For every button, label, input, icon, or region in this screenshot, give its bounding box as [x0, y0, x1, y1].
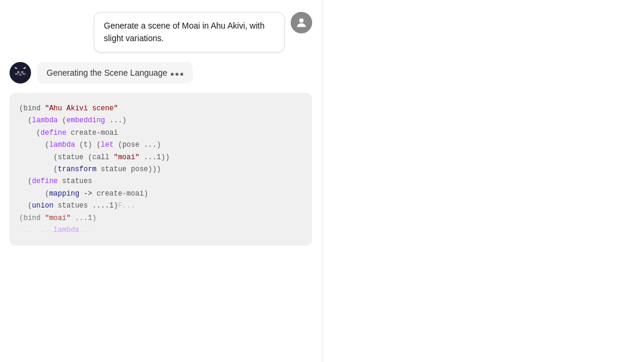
code-line-9: (union statues ....1)F...: [19, 200, 303, 212]
dot-3: [180, 73, 183, 76]
code-line-8: (mapping -> create-moai): [19, 188, 303, 200]
user-message-text: Generate a scene of Moai in Ahu Akivi, w…: [104, 21, 264, 43]
code-line-4: (lambda (t) (let (pose ...): [19, 139, 303, 151]
assistant-avatar: [10, 62, 31, 83]
generating-bubble: Generating the Scene Language: [37, 62, 193, 83]
dot-1: [171, 73, 174, 76]
dots: [171, 73, 183, 76]
code-block: (bind "Ahu Akivi scene" (lambda (embeddi…: [10, 93, 312, 246]
user-message-row: Generate a scene of Moai in Ahu Akivi, w…: [10, 12, 312, 52]
code-line-6: (transform statue pose))): [19, 163, 303, 175]
svg-point-8: [20, 73, 21, 74]
code-line-5: (statue (call "moai" ...1)): [19, 151, 303, 163]
chat-panel: Generate a scene of Moai in Ahu Akivi, w…: [0, 0, 322, 362]
right-panel: [322, 0, 644, 362]
svg-point-7: [21, 72, 23, 73]
generating-dots: [171, 68, 183, 78]
code-line-10: (bind "moai" ...1): [19, 212, 303, 224]
dot-2: [175, 73, 178, 76]
svg-point-0: [299, 18, 303, 23]
generating-label: Generating the Scene Language: [47, 68, 167, 78]
user-bubble: Generate a scene of Moai in Ahu Akivi, w…: [94, 12, 285, 52]
code-line-1: (bind "Ahu Akivi scene": [19, 103, 303, 115]
code-line-7: (define statues: [19, 175, 303, 187]
assistant-message-row: Generating the Scene Language: [10, 62, 312, 83]
svg-point-6: [18, 72, 19, 73]
code-line-2: (lambda (embedding ...): [19, 115, 303, 126]
code-line-3: (define create-moai: [19, 127, 303, 139]
avatar: [291, 12, 312, 33]
code-line-11: ... ...lambda...: [19, 224, 303, 236]
